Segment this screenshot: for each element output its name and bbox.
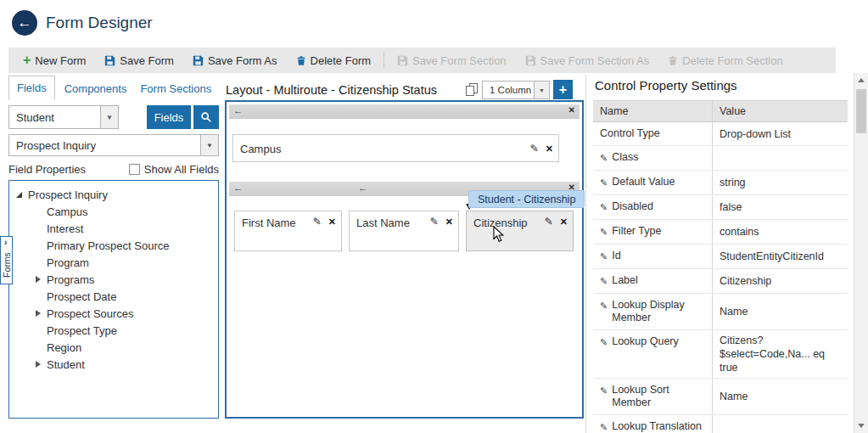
property-name: Lookup Display Member	[612, 299, 708, 324]
search-button[interactable]	[193, 105, 219, 129]
field-first-name[interactable]: First Name✎✕	[234, 211, 342, 251]
move-left-icon[interactable]: ←	[358, 183, 367, 193]
tree-item-label: Student	[47, 358, 85, 371]
tab-form-sections[interactable]: Form Sections	[136, 77, 216, 100]
property-value: Citizens?$select=Code,Na... eq true	[720, 334, 844, 374]
property-row-lookup-display-member[interactable]: ✎Lookup Display MemberName	[593, 294, 848, 330]
vertical-scrollbar[interactable]	[854, 73, 868, 433]
column-dropdown[interactable]: 1 Column ▼	[482, 81, 550, 99]
remove-icon[interactable]: ✕	[445, 216, 453, 228]
move-left-icon[interactable]: ←	[233, 183, 243, 193]
back-button[interactable]: ←	[12, 10, 37, 36]
fields-button[interactable]: Fields	[147, 105, 191, 129]
entity-dropdown[interactable]: Student ▼	[8, 105, 119, 129]
collapse-icon[interactable]	[14, 189, 25, 200]
property-row-default-value[interactable]: ✎Default Valuestring	[593, 171, 848, 195]
expand-icon[interactable]	[33, 359, 43, 369]
tab-components[interactable]: Components	[60, 77, 132, 100]
tree-item-prospect-date[interactable]: Prospect Date	[33, 288, 218, 305]
edit-icon[interactable]: ✎	[545, 216, 553, 228]
edit-icon[interactable]: ✎	[430, 216, 439, 228]
property-value-cell: Citizenship	[712, 269, 848, 293]
remove-icon[interactable]: ✕	[560, 216, 568, 228]
property-row-control-type[interactable]: Control TypeDrop-down List	[593, 122, 848, 146]
chevron-down-icon[interactable]: ▼	[200, 135, 218, 155]
tree-item-prospect-sources[interactable]: Prospect Sources	[33, 305, 218, 322]
section-body-1: First Name✎✕Last Name✎✕Citizenship✎✕	[229, 196, 580, 414]
toolbar-button-label: Delete Form	[311, 54, 372, 67]
edit-icon: ✎	[600, 250, 608, 263]
property-row-class[interactable]: ✎Class	[593, 146, 848, 171]
toolbar-button-new-form[interactable]: +New Form	[14, 48, 95, 73]
forms-vertical-tab[interactable]: › Forms	[0, 236, 13, 284]
scroll-up-button[interactable]	[854, 73, 868, 87]
tree-item-programs[interactable]: Programs	[33, 271, 218, 288]
tree-item-label: Prospect Type	[47, 324, 117, 337]
edit-icon: ✎	[600, 201, 608, 214]
control-property-panel: Control Property Settings Name Value Con…	[585, 75, 854, 433]
property-row-id[interactable]: ✎IdStudentEntityCitizenId	[593, 245, 848, 269]
property-row-lookup-sort-member[interactable]: ✎Lookup Sort MemberName	[593, 379, 848, 415]
property-name: Disabled	[612, 200, 653, 213]
save-icon	[193, 55, 204, 66]
add-section-button[interactable]: +	[553, 80, 573, 99]
scroll-down-button[interactable]	[854, 419, 868, 433]
property-value: StudentEntityCitizenId	[720, 250, 824, 263]
toolbar-button-save-form[interactable]: Save Form	[95, 48, 183, 73]
show-all-fields-label: Show All Fields	[144, 163, 219, 176]
form-dropdown[interactable]: Prospect Inquiry ▼	[8, 134, 219, 156]
tree-root[interactable]: Prospect Inquiry	[14, 186, 218, 203]
tree-item-student[interactable]: Student	[33, 356, 218, 373]
scrollbar-thumb[interactable]	[856, 89, 866, 133]
tree-spacer	[33, 325, 43, 335]
property-row-disabled[interactable]: ✎Disabledfalse	[593, 195, 848, 220]
property-name: Control Type	[600, 127, 660, 140]
edit-icon[interactable]: ✎	[313, 216, 322, 228]
edit-icon[interactable]: ✎	[530, 143, 539, 155]
show-all-fields-checkbox[interactable]	[129, 164, 140, 175]
property-value: Citizenship	[720, 274, 771, 288]
edit-icon: ✎	[600, 336, 608, 349]
chevron-down-icon[interactable]: ▼	[534, 82, 549, 98]
remove-icon[interactable]: ✕	[328, 216, 336, 228]
layout-section-1: ← ✕ Campus✎✕	[229, 104, 580, 172]
tree-item-region[interactable]: Region	[33, 339, 218, 356]
tree-item-program[interactable]: Program	[33, 254, 218, 271]
show-all-fields-toggle[interactable]: Show All Fields	[129, 163, 219, 176]
tree-item-prospect-type[interactable]: Prospect Type	[33, 322, 218, 339]
toolbar-button-delete-form[interactable]: Delete Form	[287, 48, 381, 73]
field-campus[interactable]: Campus✎✕	[232, 134, 559, 162]
back-arrow-icon: ←	[18, 14, 32, 31]
tree-item-primary-prospect-source[interactable]: Primary Prospect Source	[33, 237, 218, 254]
fields-tree: Prospect Inquiry CampusInterestPrimary P…	[8, 180, 219, 419]
expand-icon[interactable]	[33, 274, 43, 284]
save-icon	[525, 55, 536, 66]
move-left-icon[interactable]: ←	[233, 105, 243, 115]
remove-icon[interactable]: ✕	[546, 143, 553, 155]
toolbar-separator	[384, 53, 384, 68]
field-properties-row: Field Properties Show All Fields	[8, 161, 219, 177]
section-header[interactable]: ← ✕	[229, 104, 580, 119]
toolbar-button-label: New Form	[35, 54, 86, 67]
tree-item-interest[interactable]: Interest	[33, 220, 218, 237]
property-row-lookup-query[interactable]: ✎Lookup QueryCitizens?$select=Code,Na...…	[593, 330, 848, 379]
tree-item-label: Programs	[47, 273, 94, 286]
copy-icon[interactable]	[466, 83, 477, 95]
property-row-label[interactable]: ✎LabelCitizenship	[593, 269, 848, 294]
field-citizenship[interactable]: Citizenship✎✕	[466, 211, 574, 251]
chevron-down-icon[interactable]: ▼	[100, 106, 118, 128]
tab-fields[interactable]: Fields	[8, 76, 55, 100]
property-value-cell: contains	[712, 220, 848, 244]
save-icon	[104, 55, 115, 66]
field-last-name[interactable]: Last Name✎✕	[349, 211, 459, 251]
toolbar-button-save-form-as[interactable]: Save Form As	[183, 48, 287, 73]
tree-item-campus[interactable]: Campus	[33, 203, 218, 220]
tree-item-label: Prospect Date	[47, 290, 116, 303]
left-tabs: FieldsComponentsForm Sections	[8, 75, 216, 100]
tree-item-label: Program	[47, 256, 89, 269]
property-row-filter-type[interactable]: ✎Filter Typecontains	[593, 220, 848, 245]
tree-item-label: Campus	[47, 205, 87, 218]
property-row-lookup-translation-members[interactable]: ✎Lookup Translation Members	[593, 415, 848, 433]
expand-icon[interactable]	[33, 308, 43, 318]
close-icon[interactable]: ✕	[568, 105, 575, 115]
